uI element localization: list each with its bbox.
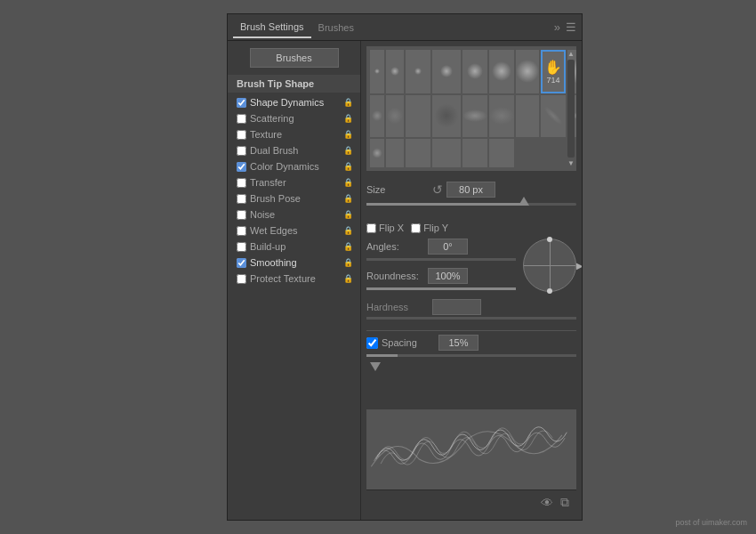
brush-cell[interactable]	[462, 139, 487, 167]
spacing-slider[interactable]	[366, 354, 576, 357]
eye-icon[interactable]: 👁	[541, 496, 553, 510]
checkbox-wet-edges[interactable]	[237, 226, 246, 236]
lock-icon-protect-texture: 🔒	[343, 274, 353, 283]
brush-cell[interactable]	[406, 95, 430, 138]
angle-slider[interactable]	[366, 258, 516, 261]
checkbox-brush-pose[interactable]	[237, 194, 246, 204]
brush-grid[interactable]: ✋ 714	[366, 46, 576, 171]
main-area: ✋ 714	[361, 41, 582, 520]
expand-icon[interactable]: »	[554, 20, 560, 34]
hardness-input[interactable]	[432, 299, 481, 315]
size-label: Size	[366, 184, 429, 195]
copy-icon[interactable]: ⧉	[560, 495, 569, 510]
size-slider-track[interactable]	[366, 203, 576, 206]
brush-cell[interactable]	[541, 95, 566, 138]
checkbox-dual-brush[interactable]	[237, 146, 246, 156]
brush-cell[interactable]	[516, 50, 539, 93]
sidebar-item-protect-texture[interactable]: Protect Texture 🔒	[228, 271, 360, 287]
sidebar-brush-tip-shape[interactable]: Brush Tip Shape	[228, 75, 360, 93]
sidebar-item-shape-dynamics[interactable]: Shape Dynamics 🔒	[228, 94, 360, 110]
checkbox-transfer[interactable]	[237, 178, 246, 188]
checkbox-build-up[interactable]	[237, 242, 246, 252]
brush-preview-area	[366, 409, 576, 490]
roundness-input[interactable]	[428, 268, 468, 284]
brush-cell[interactable]	[370, 95, 384, 138]
brush-cell[interactable]	[489, 139, 514, 167]
spacing-row: Spacing	[366, 335, 576, 351]
angle-input[interactable]	[428, 239, 468, 255]
checkbox-smoothing[interactable]	[237, 258, 246, 268]
tab-brushes[interactable]: Brushes	[311, 18, 361, 37]
checkbox-noise[interactable]	[237, 210, 246, 220]
brush-cell[interactable]	[489, 95, 514, 138]
checkbox-scattering[interactable]	[237, 114, 246, 124]
wheel-wrapper: ▶	[523, 239, 576, 292]
sidebar-item-smoothing[interactable]: Smoothing 🔒	[228, 255, 360, 271]
brush-cell[interactable]	[432, 50, 461, 93]
brush-cell[interactable]	[386, 95, 404, 138]
brush-cell[interactable]	[432, 139, 461, 167]
checkbox-color-dynamics[interactable]	[237, 162, 246, 172]
flip-x-checkbox[interactable]	[366, 223, 376, 233]
sidebar-item-scattering[interactable]: Scattering 🔒	[228, 110, 360, 126]
checkbox-texture[interactable]	[237, 130, 246, 140]
angle-row: Angles:	[366, 239, 516, 255]
brush-cell[interactable]	[432, 95, 461, 138]
size-input[interactable]	[446, 182, 495, 198]
brush-preview-svg	[366, 409, 576, 490]
brush-cell[interactable]	[370, 139, 384, 167]
spacing-input[interactable]	[438, 335, 479, 351]
flip-x-item: Flip X	[366, 222, 404, 233]
sidebar-item-transfer[interactable]: Transfer 🔒	[228, 174, 360, 190]
divider-1	[366, 330, 576, 331]
scroll-up-icon[interactable]: ▲	[567, 50, 575, 58]
brush-cell-selected[interactable]: ✋ 714	[541, 50, 566, 93]
brush-cell[interactable]	[406, 50, 430, 93]
lock-icon-smoothing: 🔒	[343, 258, 353, 267]
sidebar-item-build-up[interactable]: Build-up 🔒	[228, 239, 360, 255]
spacing-indicator	[366, 362, 576, 373]
brush-grid-scrollbar: ▲ ▼	[567, 50, 575, 167]
scroll-down-icon[interactable]: ▼	[567, 159, 575, 167]
brush-cell[interactable]	[386, 50, 404, 93]
roundness-slider[interactable]	[366, 287, 516, 290]
spacing-label: Spacing	[382, 337, 435, 348]
flip-y-item: Flip Y	[411, 222, 448, 233]
menu-icon[interactable]: ☰	[566, 20, 576, 34]
brushes-button[interactable]: Brushes	[250, 48, 339, 68]
bottom-bar: 👁 ⧉	[366, 490, 576, 514]
brush-cell[interactable]	[462, 50, 487, 93]
tab-brush-settings[interactable]: Brush Settings	[233, 17, 311, 38]
spacing-checkbox[interactable]	[366, 337, 378, 349]
brush-settings-panel: Brush Settings Brushes » ☰ Brushes Brush…	[227, 13, 583, 521]
size-slider-thumb[interactable]	[519, 197, 529, 206]
lock-icon-color-dynamics: 🔒	[343, 162, 353, 171]
sidebar-item-dual-brush[interactable]: Dual Brush 🔒	[228, 142, 360, 158]
brush-cell[interactable]	[462, 95, 487, 138]
angle-wheel[interactable]	[523, 239, 576, 292]
flip-y-checkbox[interactable]	[411, 223, 421, 233]
sidebar: Brushes Brush Tip Shape Shape Dynamics 🔒…	[228, 41, 361, 520]
sidebar-item-wet-edges[interactable]: Wet Edges 🔒	[228, 222, 360, 239]
hardness-slider[interactable]	[366, 317, 576, 320]
lock-icon-wet-edges: 🔒	[343, 226, 353, 235]
lock-icon-noise: 🔒	[343, 210, 353, 219]
brush-cell[interactable]	[516, 95, 539, 138]
sidebar-item-noise[interactable]: Noise 🔒	[228, 206, 360, 222]
brush-cell[interactable]	[370, 50, 384, 93]
checkbox-shape-dynamics[interactable]	[237, 98, 246, 108]
brush-cell[interactable]	[386, 139, 404, 167]
watermark: post of uimaker.com	[675, 518, 747, 527]
scroll-track[interactable]	[567, 60, 575, 158]
sidebar-item-texture[interactable]: Texture 🔒	[228, 126, 360, 142]
brush-cell[interactable]	[406, 139, 430, 167]
roundness-label: Roundness:	[366, 271, 424, 281]
angle-roundness-area: Angles: Roundness:	[366, 239, 576, 294]
brush-cell[interactable]	[489, 50, 514, 93]
sidebar-item-brush-pose[interactable]: Brush Pose 🔒	[228, 190, 360, 206]
wheel-arrow-right: ▶	[576, 261, 582, 271]
sidebar-item-color-dynamics[interactable]: Color Dynamics 🔒	[228, 158, 360, 174]
size-reset-icon[interactable]: ↺	[432, 182, 443, 197]
checkbox-protect-texture[interactable]	[237, 274, 246, 284]
flip-x-label: Flip X	[379, 222, 404, 233]
